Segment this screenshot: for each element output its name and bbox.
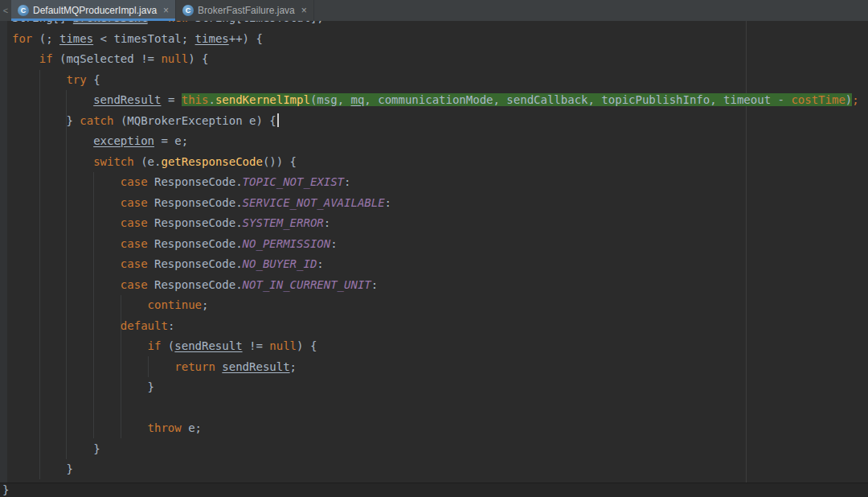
code-token: : <box>330 237 337 250</box>
code-token: String[timesTotal]; <box>188 21 324 24</box>
code-token <box>12 155 93 168</box>
code-token: = <box>161 93 181 106</box>
editor-tab[interactable]: CDefaultMQProducerImpl.java× <box>11 0 176 21</box>
code-token: String[] <box>12 21 73 24</box>
code-token <box>12 134 93 147</box>
code-token: sendResult <box>222 360 289 373</box>
code-token: ResponseCode. <box>148 216 243 229</box>
code-token <box>12 360 174 373</box>
code-line[interactable]: case ResponseCode.SYSTEM_ERROR: <box>12 213 868 234</box>
tab-close-icon[interactable]: × <box>301 5 307 16</box>
code-token: continue <box>148 298 202 311</box>
code-token: ResponseCode. <box>148 196 243 209</box>
code-token: sendKernelImpl <box>215 93 310 106</box>
code-line[interactable]: case ResponseCode.TOPIC_NOT_EXIST: <box>12 172 868 193</box>
tab-list: CDefaultMQProducerImpl.java×CBrokerFastF… <box>11 0 314 21</box>
code-token: } <box>12 442 100 455</box>
code-token <box>12 52 39 65</box>
code-line[interactable]: if (sendResult != null) { <box>12 336 868 357</box>
code-token: sendResult <box>174 339 242 352</box>
code-token: default <box>121 319 168 332</box>
code-token: ; <box>202 298 208 311</box>
code-line[interactable]: return sendResult; <box>12 357 868 378</box>
code-line[interactable]: case ResponseCode.NO_BUYER_ID: <box>12 254 868 275</box>
code-token: throw <box>148 421 182 434</box>
code-token: if <box>39 52 53 65</box>
code-line[interactable]: continue; <box>12 295 868 316</box>
code-token: ResponseCode. <box>148 257 243 270</box>
code-token: catch <box>80 114 113 127</box>
code-token: getResponseCode <box>161 155 262 168</box>
code-token: null <box>269 339 297 352</box>
code-line[interactable]: case ResponseCode.SERVICE_NOT_AVAILABLE: <box>12 193 868 214</box>
code-token: } <box>2 483 9 496</box>
code-token: (MQBrokerException e) { <box>113 114 276 127</box>
code-token: : <box>324 216 330 229</box>
code-token: e; <box>182 421 202 434</box>
code-token <box>12 196 121 209</box>
code-token: (e. <box>134 155 162 168</box>
code-line[interactable]: case ResponseCode.NOT_IN_CURRENT_UNIT: <box>12 275 868 296</box>
code-token: } <box>12 380 154 393</box>
code-token: null <box>161 52 188 65</box>
code-token: } <box>12 114 80 127</box>
code-token: : <box>385 196 391 209</box>
code-token: this <box>182 93 209 106</box>
code-token: new <box>168 21 188 24</box>
code-token: case <box>121 175 148 188</box>
code-token <box>12 339 148 352</box>
code-token <box>12 175 121 188</box>
code-line[interactable] <box>12 398 868 419</box>
code-token: switch <box>93 155 134 168</box>
code-token: , communicationMode, sendCallback, topic… <box>364 93 791 106</box>
code-token: times <box>195 32 229 45</box>
code-token: case <box>121 278 148 291</box>
code-token: ResponseCode. <box>148 175 243 188</box>
bottom-strip: } <box>0 483 868 497</box>
ide-window: < CDefaultMQProducerImpl.java×CBrokerFas… <box>0 0 868 497</box>
code-line[interactable]: case ResponseCode.NO_PERMISSION: <box>12 234 868 255</box>
code-token: case <box>121 216 148 229</box>
code-line[interactable]: sendResult = this.sendKernelImpl(msg, mq… <box>12 90 868 111</box>
code-token: try <box>66 73 86 86</box>
code-line[interactable]: } <box>12 439 868 460</box>
editor-pane[interactable]: String[] brokersSent = new String[timesT… <box>7 21 868 483</box>
code-line[interactable]: } <box>12 377 868 398</box>
code-token: . <box>208 93 215 106</box>
code-line[interactable]: try { <box>12 70 868 91</box>
code-token: SYSTEM_ERROR <box>243 216 324 229</box>
code-line[interactable]: default: <box>12 316 868 337</box>
code-token: case <box>121 196 148 209</box>
code-token: ++) { <box>229 32 263 45</box>
tabs-scroll-left-icon[interactable]: < <box>0 0 11 21</box>
editor-tab[interactable]: CBrokerFastFailure.java× <box>176 0 314 21</box>
code-line[interactable]: } <box>12 459 868 480</box>
code-token <box>12 93 93 106</box>
code-line[interactable]: throw e; <box>12 418 868 439</box>
code-line[interactable]: exception = e; <box>12 131 868 152</box>
tab-close-icon[interactable]: × <box>163 5 169 16</box>
class-icon: C <box>18 5 29 16</box>
code-token: TOPIC_NOT_EXIST <box>243 175 344 188</box>
code-token: costTime <box>791 93 845 106</box>
code-line[interactable]: } catch (MQBrokerException e) { <box>12 111 868 132</box>
code-line[interactable]: if (mqSelected != null) { <box>12 49 868 70</box>
code-token: : <box>344 175 350 188</box>
code-token: case <box>121 257 148 270</box>
code-token: : <box>317 257 323 270</box>
code-line[interactable]: switch (e.getResponseCode()) { <box>12 152 868 173</box>
code-token: ) { <box>188 52 208 65</box>
code-token: ; <box>852 93 858 106</box>
editor-gutter <box>0 21 7 483</box>
code-token: NO_PERMISSION <box>243 237 331 250</box>
code-token: ) <box>845 93 852 106</box>
text-caret <box>277 113 279 127</box>
code-token: } <box>12 462 73 475</box>
code-token: { <box>87 73 100 86</box>
code-token <box>12 73 66 86</box>
code-token: : <box>168 319 174 332</box>
code-token: sendResult <box>93 93 161 106</box>
code-line[interactable]: for (; times < timesTotal; times++) { <box>12 29 868 50</box>
code-token: return <box>174 360 215 373</box>
code-line[interactable]: String[] brokersSent = new String[timesT… <box>12 21 868 29</box>
